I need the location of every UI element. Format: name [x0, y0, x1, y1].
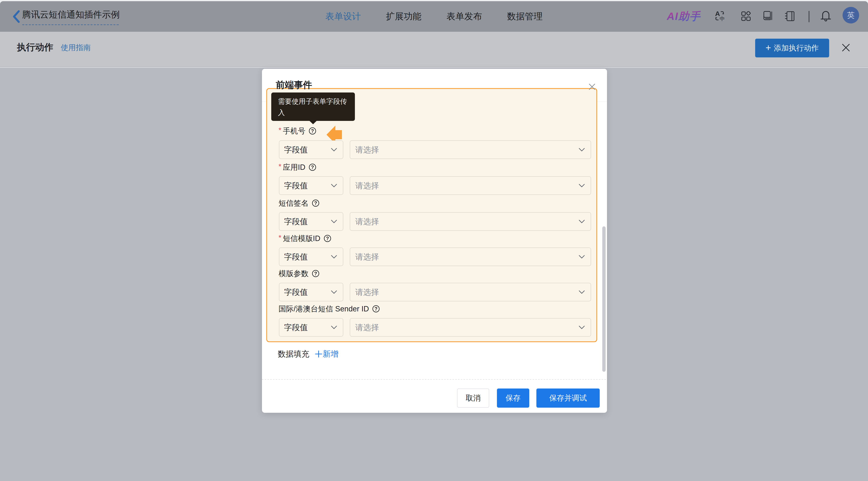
svg-text:?: ?	[311, 128, 314, 134]
svg-text:?: ?	[311, 164, 314, 170]
svg-text:?: ?	[375, 306, 378, 312]
svg-text:?: ?	[326, 236, 329, 241]
svg-text:?: ?	[314, 200, 317, 206]
svg-text:?: ?	[314, 271, 317, 276]
svg-text:A: A	[715, 10, 720, 18]
svg-text:中: 中	[720, 16, 724, 22]
